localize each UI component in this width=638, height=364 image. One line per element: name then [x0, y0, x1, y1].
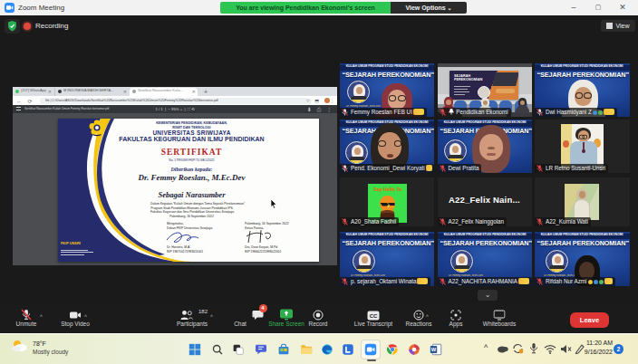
tray-clock-time[interactable]: 11:20 AM [562, 340, 613, 346]
muted-mic-icon [342, 278, 348, 285]
virtual-bg-strip-text: KULIAH UMUM PROGRAM STUDI PENDIDIKAN EKO… [541, 233, 624, 235]
taskbar-zoom-icon[interactable] [364, 343, 377, 356]
bookmark-star-icon[interactable]: ☆ ⬒ [305, 98, 321, 103]
weather-widget[interactable]: 78°F Mostly cloudy [11, 339, 29, 357]
video-tile-dewi-pratita[interactable]: KULIAH UMUM PROGRAM STUDI PENDIDIKAN EKO… [438, 120, 532, 173]
emoji-globe-icon [593, 110, 597, 115]
notification-count-badge[interactable]: 2 [614, 344, 624, 354]
participant-name: Rifdah Nur Azmi [546, 278, 587, 284]
browser-nav-icons[interactable]: ← ⟳ [16, 98, 35, 104]
virtual-bg-title: “SEJARAH PEREKONOMIAN” [537, 71, 627, 79]
video-tile-dewi-koryati-active[interactable]: KULIAH UMUM PROGRAM STUDI PENDIDIKAN EKO… [340, 120, 434, 173]
name-badge-icon [604, 278, 613, 284]
record-button[interactable]: Record [299, 305, 337, 333]
tray-sync-icon[interactable] [512, 343, 524, 354]
video-tile-shata[interactable]: Say Hello To A20_Shata Fadhil [340, 177, 434, 226]
taskbar-teams-chat-icon[interactable] [255, 343, 267, 356]
participants-options-chevron[interactable]: ˄ [210, 313, 213, 319]
reactions-options-chevron[interactable]: ˄ [426, 313, 429, 319]
stop-video-button[interactable]: Stop Video [53, 305, 98, 333]
tray-onedrive-icon[interactable] [497, 344, 508, 353]
apps-button[interactable]: Apps [440, 305, 471, 333]
new-tab-button[interactable]: + [204, 89, 208, 95]
maximize-button[interactable]: ▢ [586, 0, 610, 14]
name-badge-icon [413, 109, 424, 115]
taskbar-colorful-app-icon[interactable] [408, 343, 420, 356]
video-tile-pendidikan-ekonomi[interactable]: SEJARAHPEREKONOMIAN [438, 63, 532, 117]
certificate-desc-line4: Palembang, 16 September 2022 [150, 215, 233, 218]
taskbar-search-icon[interactable] [211, 343, 224, 356]
zoom-control-bar: Unmute ˄ Stop Video ˄ 182 Participants ˄… [0, 305, 638, 333]
minimize-button[interactable]: – [562, 0, 585, 14]
browser-tab-active-pdf[interactable]: Sertifikat Narasumber Kulia... ✕ [130, 88, 198, 96]
leave-button[interactable]: Leave [570, 312, 609, 328]
video-tile-rifdah[interactable]: KULIAH UMUM PROGRAM STUDI PENDIDIKAN EKO… [535, 232, 630, 286]
footer-text-line [61, 254, 84, 255]
unmute-options-chevron[interactable]: ˄ [40, 313, 43, 319]
glasses-shape [579, 134, 587, 138]
banner-line1: SEJARAH [454, 74, 470, 78]
video-tile-felix[interactable]: A22_Felix Nain... A22_Felix Nainggolan [438, 177, 532, 226]
taskbar-store-icon[interactable] [277, 343, 290, 356]
name-badge-icon [604, 109, 614, 115]
view-options-button[interactable]: View Options ⌄ [391, 2, 467, 14]
chat-options-chevron[interactable]: ˄ [252, 313, 255, 319]
certificate-ministry-line1: KEMENTERIAN PENDIDIKAN, KEBUDAYAAN, [150, 121, 233, 125]
certificate-sign-left-nip: NIP 196710171993011001 [167, 250, 203, 254]
virtual-bg-strip-text: KULIAH UMUM PROGRAM STUDI PENDIDIKAN EKO… [443, 120, 526, 123]
security-shield-icon[interactable] [5, 19, 20, 34]
unmute-button[interactable]: Unmute [7, 305, 45, 333]
virtual-bg-speaker-photo [450, 250, 473, 273]
tab-close-icon[interactable]: ✕ [192, 89, 196, 94]
pdf-toolbar: Sertifikat Narasumber Kuliah Umum Femmy … [13, 105, 337, 113]
browser-menu-icon[interactable]: ⋮ [330, 98, 334, 103]
pdf-download-print-icons[interactable]: ⬇ ⎙ ⋮ [307, 106, 334, 113]
tray-hidden-icons-chevron[interactable]: ^ [484, 343, 488, 352]
video-tile-femmy[interactable]: KULIAH UMUM PROGRAM STUDI PENDIDIKAN EKO… [340, 63, 434, 117]
taskbar-taskview-icon[interactable] [232, 343, 245, 356]
chevron-down-icon: ⌄ [448, 5, 452, 11]
tray-microphone-icon[interactable] [529, 342, 538, 354]
viewing-screen-banner: You are viewing Pendidikan Ekonomi's scr… [220, 2, 391, 14]
video-tile-oktami[interactable]: KULIAH UMUM PROGRAM STUDI PENDIDIKAN EKO… [340, 232, 434, 286]
video-tile-dwi[interactable]: KULIAH UMUM PROGRAM STUDI PENDIDIKAN EKO… [535, 63, 630, 117]
tab-close-icon[interactable]: ✕ [48, 89, 52, 94]
chat-button[interactable]: 4 Chat [223, 305, 257, 333]
close-button[interactable]: ✕ [611, 0, 634, 14]
live-transcript-button[interactable]: CC Live Transcript [346, 305, 401, 333]
taskbar-edge-icon[interactable] [321, 343, 334, 356]
video-tile-retno[interactable]: LR Retno Susanti-Unsri [535, 120, 630, 173]
tray-wifi-icon[interactable] [544, 344, 556, 354]
reactions-button[interactable]: Reactions [399, 305, 439, 333]
url-field[interactable]: file | C:/Users/ASUS/Downloads/Sertifika… [40, 98, 312, 104]
certificate-faculty: FAKULTAS KEGURUAN DAN ILMU PENDIDIKAN [112, 136, 271, 142]
browser-tab-article[interactable]: M INDONESIA MASIH BERTA... ✕ [54, 88, 129, 96]
participants-button[interactable]: 182 Participants [169, 305, 216, 333]
virtual-bg-strip: KULIAH UMUM PROGRAM STUDI PENDIDIKAN EKO… [438, 234, 532, 239]
scroll-more-participants-button[interactable]: ⌄ [478, 290, 498, 301]
taskbar-explorer-icon[interactable] [300, 343, 313, 356]
video-tile-kurnia[interactable]: A22_Kurnia Wati [535, 177, 630, 226]
glasses-shape [378, 140, 401, 145]
taskbar-start-button[interactable] [188, 343, 201, 356]
video-options-chevron[interactable]: ˄ [84, 313, 87, 319]
view-button[interactable]: View [601, 20, 635, 32]
pdf-menu-icon[interactable] [16, 107, 21, 110]
tray-clock-date[interactable]: 9/16/2022 [562, 349, 613, 355]
taskbar-app-l-icon[interactable] [342, 343, 354, 356]
taskbar-chrome-icon[interactable] [386, 343, 399, 356]
whiteboards-button[interactable]: Whiteboards [475, 305, 524, 333]
virtual-bg-title: “SEJARAH PEREKONOMIAN” [440, 239, 529, 247]
taskbar-word-icon[interactable]: W [430, 343, 442, 356]
signature-left [165, 229, 201, 245]
virtual-bg-strip: KULIAH UMUM PROGRAM STUDI PENDIDIKAN EKO… [535, 65, 630, 71]
participant-name: p. sejarah_Oktami Winata [351, 278, 416, 284]
browser-tab-whatsapp[interactable]: (157) WhatsApp ✕ [13, 88, 53, 96]
pdf-page-controls[interactable]: 1 / 1 | − 95% + | ⛶ ⟲ [156, 108, 195, 112]
video-tile-nachita[interactable]: KULIAH UMUM PROGRAM STUDI PENDIDIKAN EKO… [438, 232, 532, 286]
shoulders-shape [516, 105, 529, 113]
weather-icon [11, 339, 29, 353]
emoji-green-icon [599, 280, 604, 284]
tab-close-icon[interactable]: ✕ [123, 89, 127, 94]
certificate-sign-right-1: Palembang, 16 September 2022 [245, 222, 289, 225]
